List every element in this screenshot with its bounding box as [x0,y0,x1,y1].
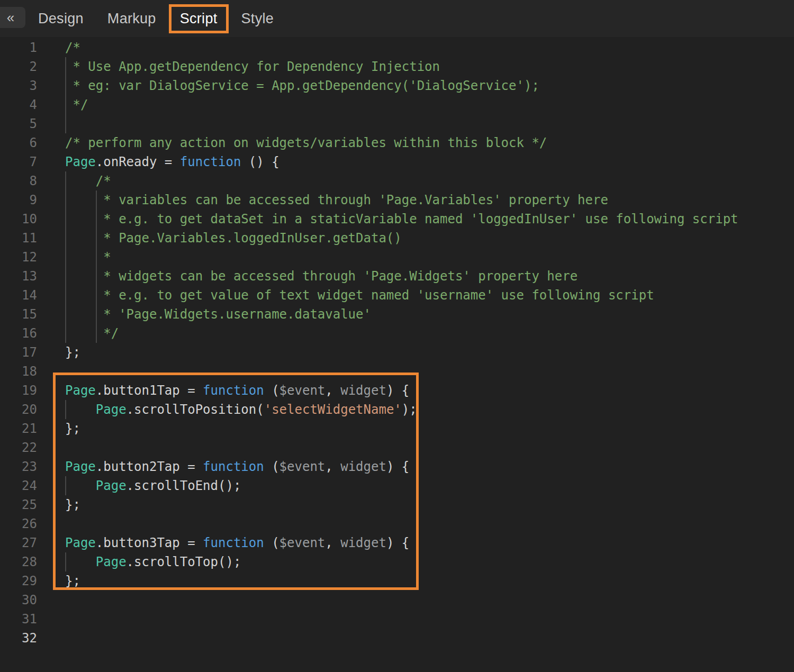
tab-markup[interactable]: Markup [107,11,156,27]
code-text [37,593,65,607]
code-line[interactable]: 14 * e.g. to get value of text widget na… [0,286,794,305]
code-text: * Use App.getDependency for Dependency I… [37,59,440,74]
line-number: 21 [0,419,37,438]
code-line[interactable]: 28 Page.scrollToTop(); [0,552,794,571]
indent-guide [96,248,97,267]
code-line[interactable]: 26 [0,514,794,533]
indent-guide [96,190,97,210]
tab-script[interactable]: Script [169,4,229,33]
indent-guide [65,324,66,343]
code-line[interactable]: 16 */ [0,324,794,343]
code-text: /* [37,174,111,188]
code-text: Page.onReady = function () { [37,155,279,169]
code-line[interactable]: 9 * variables can be accessed through 'P… [0,190,794,210]
indent-guide [96,267,97,286]
line-number: 1 [0,38,37,57]
indent-guide [65,248,66,267]
code-line[interactable]: 31 [0,610,794,629]
code-line[interactable]: 17}; [0,343,794,362]
indent-guide [96,229,97,248]
code-line[interactable]: 3 * eg: var DialogService = App.getDepen… [0,76,794,95]
code-line[interactable]: 1/* [0,38,794,57]
line-number: 5 [0,114,37,133]
tab-style[interactable]: Style [241,11,274,27]
code-text: }; [37,421,80,436]
code-line[interactable]: 8 /* [0,171,794,190]
line-number: 9 [0,190,37,210]
code-line[interactable]: 27Page.button3Tap = function ($event, wi… [0,533,794,552]
code-line[interactable]: 7Page.onReady = function () { [0,152,794,171]
indent-guide [96,305,97,324]
line-number: 22 [0,438,37,457]
code-text [37,440,65,455]
code-text: Page.button3Tap = function ($event, widg… [37,535,409,550]
code-line[interactable]: 5 [0,114,794,133]
line-number: 8 [0,171,37,190]
code-text: */ [37,97,88,112]
indent-guide [65,305,66,324]
code-line[interactable]: 15 * 'Page.Widgets.username.datavalue' [0,305,794,324]
code-text: Page.scrollToEnd(); [37,478,241,493]
line-number: 32 [0,629,37,648]
line-number: 19 [0,381,37,400]
line-number: 31 [0,610,37,629]
code-text: Page.scrollToPosition('selectWidgetName'… [37,402,417,417]
code-line[interactable]: 30 [0,591,794,610]
line-number: 16 [0,324,37,343]
indent-guide [96,324,97,343]
code-text: Page.button2Tap = function ($event, widg… [37,459,409,474]
code-text: * [37,250,111,265]
code-line[interactable]: 23Page.button2Tap = function ($event, wi… [0,457,794,476]
indent-guide [65,476,66,495]
indent-guide [65,95,66,114]
line-number: 15 [0,305,37,324]
code-line[interactable]: 10 * e.g. to get dataSet in a staticVari… [0,210,794,229]
tab-design[interactable]: Design [38,11,84,27]
code-text: * 'Page.Widgets.username.datavalue' [37,307,371,322]
chevron-double-left-icon: « [7,10,14,26]
indent-guide [96,210,97,229]
indent-guide [65,267,66,286]
code-text: /* perform any action on widgets/variabl… [37,135,547,150]
line-number: 17 [0,343,37,362]
line-number: 18 [0,362,37,381]
code-line[interactable]: 4 */ [0,95,794,114]
code-line[interactable]: 20 Page.scrollToPosition('selectWidgetNa… [0,400,794,419]
code-text [37,116,65,131]
line-number: 24 [0,476,37,495]
line-number: 23 [0,457,37,476]
line-number: 26 [0,514,37,533]
code-line[interactable]: 21}; [0,419,794,438]
code-text: * widgets can be accessed through 'Page.… [37,269,578,284]
code-line[interactable]: 13 * widgets can be accessed through 'Pa… [0,267,794,286]
code-text: * eg: var DialogService = App.getDepende… [37,78,539,93]
code-text: }; [37,497,80,512]
code-line[interactable]: 29}; [0,571,794,591]
code-text [37,516,65,531]
line-number: 25 [0,495,37,514]
indent-guide [65,229,66,248]
code-line[interactable]: 19Page.button1Tap = function ($event, wi… [0,381,794,400]
line-number: 28 [0,552,37,571]
code-text: * Page.Variables.loggedInUser.getData() [37,231,402,246]
code-line[interactable]: 32 [0,629,794,648]
code-line[interactable]: 25}; [0,495,794,514]
indent-guide [65,57,66,76]
line-number: 13 [0,267,37,286]
line-number: 6 [0,133,37,152]
code-text: * e.g. to get value of text widget named… [37,288,654,303]
code-line[interactable]: 22 [0,438,794,457]
code-line[interactable]: 24 Page.scrollToEnd(); [0,476,794,495]
indent-guide [65,286,66,305]
collapse-sidebar-button[interactable]: « [0,7,25,28]
code-text: }; [37,345,80,360]
script-code-editor[interactable]: 1/*2 * Use App.getDependency for Depende… [0,37,794,648]
code-text: */ [37,326,119,341]
code-line[interactable]: 18 [0,362,794,381]
code-text [37,631,65,646]
code-line[interactable]: 11 * Page.Variables.loggedInUser.getData… [0,229,794,248]
line-number: 30 [0,591,37,610]
code-line[interactable]: 12 * [0,248,794,267]
code-line[interactable]: 2 * Use App.getDependency for Dependency… [0,57,794,76]
code-line[interactable]: 6/* perform any action on widgets/variab… [0,133,794,152]
